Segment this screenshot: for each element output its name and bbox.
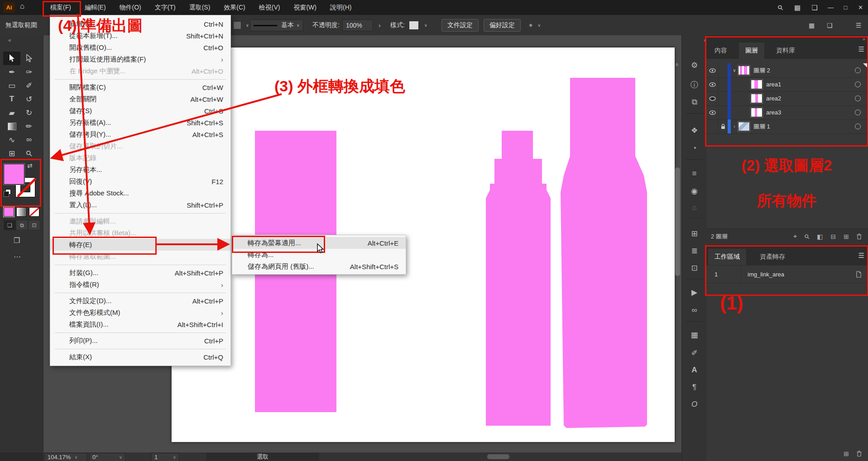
bottle-shape-1[interactable] (486, 131, 551, 426)
menu-view[interactable]: 檢視(V) (252, 0, 287, 15)
layer-row-group[interactable]: ∨ 圖層 2 (706, 63, 868, 78)
artboard-row[interactable]: 1 img_link_area (706, 265, 868, 283)
eye-icon[interactable] (706, 110, 718, 115)
align-icon[interactable]: ≣ (682, 246, 707, 256)
appearance-icon[interactable]: ⧉ (682, 98, 707, 107)
menu-select[interactable]: 選取(S) (182, 0, 217, 15)
target-circle[interactable] (855, 67, 861, 73)
style-swatch[interactable] (409, 21, 419, 30)
opacity-expand-icon[interactable]: › (379, 15, 381, 35)
clipping-mask-icon[interactable]: ◧ (817, 233, 823, 240)
document-setup-button[interactable]: 文件設定 (441, 19, 479, 32)
lock-cell[interactable] (718, 105, 728, 119)
menu-item-scripts[interactable]: 指令檔(R)› (50, 279, 230, 290)
swap-fill-stroke-icon[interactable]: ⇄ (27, 162, 33, 169)
tab-artboards[interactable]: 工作區域 (708, 249, 746, 265)
layer-row-area3[interactable]: area3 (706, 105, 868, 120)
menu-item-document-setup[interactable]: 文件設定(D)...Alt+Ctrl+P (50, 295, 230, 307)
collapse-panel-icon[interactable]: « (8, 37, 11, 43)
eraser-tool[interactable]: ▰ (3, 106, 20, 119)
menu-item-close-all[interactable]: 全部關閉Alt+Ctrl+W (50, 93, 230, 105)
search-icon[interactable]: ⚲ (772, 4, 789, 12)
brushes-icon[interactable]: ✐ (682, 348, 707, 358)
screen-mode-icon[interactable]: ❒ (14, 236, 20, 245)
paintbrush-tool[interactable]: ✐ (20, 79, 38, 92)
target-circle[interactable] (855, 95, 861, 101)
draw-normal-icon[interactable]: ❏ (4, 220, 16, 230)
menu-item-search-stock[interactable]: 搜尋 Adobe Stock... (50, 187, 230, 199)
target-circle[interactable] (855, 109, 861, 115)
color-palette-icon[interactable]: ❖ (682, 126, 707, 135)
info-icon[interactable]: ⓘ (682, 80, 707, 90)
menu-item-print[interactable]: 列印(P)...Ctrl+P (50, 335, 230, 347)
layer-name[interactable]: area1 (766, 81, 781, 88)
default-fill-stroke-icon[interactable] (4, 189, 11, 196)
zoom-level-dropdown[interactable]: 104.17%∨ (44, 453, 87, 461)
arrange-windows-icon[interactable]: ❏ (827, 15, 833, 35)
scrollbar-up-icon[interactable]: ∧ (675, 62, 679, 67)
close-button[interactable]: ✕ (853, 0, 868, 15)
width-tool[interactable]: ∿ (3, 133, 20, 147)
menu-edit[interactable]: 編輯(E) (78, 0, 113, 15)
artboard-options-icon[interactable] (855, 271, 862, 278)
layer-thumbnail[interactable] (751, 108, 762, 117)
menu-item-save-for-web[interactable]: 儲存為網頁用 (舊版)...Alt+Shift+Ctrl+S (232, 261, 406, 272)
gradient-icon[interactable]: ◔ (682, 144, 707, 153)
align-grid-icon[interactable]: ▦ (809, 15, 815, 35)
new-sublayer-icon[interactable]: ⊟ (831, 233, 836, 240)
search-layer-icon[interactable]: ⚲ (803, 232, 811, 241)
layer-row-locked[interactable]: › 圖層 1 (706, 119, 868, 134)
menu-file[interactable]: 檔案(F) (43, 0, 78, 15)
layer-thumbnail[interactable] (738, 66, 750, 75)
restore-button[interactable]: □ (838, 0, 853, 15)
links-icon[interactable]: ∞ (682, 306, 707, 315)
artboard-tool[interactable]: ⊞ (3, 147, 20, 160)
menu-object[interactable]: 物件(O) (113, 0, 148, 15)
type-tool[interactable]: T (3, 92, 20, 106)
menu-help[interactable]: 說明(H) (323, 0, 358, 15)
bottle-shape-2[interactable] (561, 78, 647, 428)
menu-item-save-copy[interactable]: 儲存拷貝(Y)...Alt+Ctrl+S (50, 128, 230, 140)
rotate-view-tool[interactable]: ↻ (20, 106, 38, 119)
actions-play-icon[interactable]: ▶ (682, 288, 707, 297)
workspace-icon[interactable]: ▦ (789, 4, 806, 12)
rotate-tool[interactable]: ↺ (20, 92, 38, 106)
panel-menu-icon[interactable]: ☰ (858, 252, 864, 260)
selection-tool[interactable] (3, 52, 20, 65)
tab-properties[interactable]: 內容 (708, 43, 734, 59)
menu-item-package[interactable]: 封裝(G)...Alt+Shift+Ctrl+P (50, 267, 230, 279)
dashed-circle-icon[interactable]: ◌ (682, 204, 707, 213)
layer-thumbnail[interactable] (751, 94, 762, 103)
fill-color-dropdown[interactable] (233, 21, 241, 29)
tab-layers[interactable]: 圖層 (739, 43, 764, 59)
select-similar-icon[interactable]: ⌖ (529, 21, 532, 29)
layer-row-area1[interactable]: area1 (706, 77, 868, 92)
menu-item-color-mode[interactable]: 文件色彩模式(M)› (50, 307, 230, 318)
menu-item-save[interactable]: 儲存(S)Ctrl+S (50, 105, 230, 117)
draw-behind-icon[interactable]: ⧉ (16, 220, 28, 230)
lock-cell[interactable] (718, 91, 728, 105)
eye-icon[interactable] (706, 82, 718, 87)
horizontal-scrollbar[interactable] (487, 454, 509, 459)
lock-icon[interactable] (718, 119, 728, 133)
edit-toolbar-icon[interactable]: ⋯ (14, 252, 21, 261)
artboards-icon[interactable]: ⊞ (682, 229, 707, 238)
new-layer-icon[interactable]: ⊞ (844, 233, 849, 240)
none-button[interactable] (29, 207, 39, 217)
menu-item-save-as[interactable]: 另存新檔(A)...Shift+Ctrl+S (50, 117, 230, 128)
layer-name[interactable]: area2 (766, 95, 781, 102)
target-circle[interactable] (855, 81, 861, 87)
swatches-grid-icon[interactable]: ▦ (682, 330, 707, 340)
control-menu-icon[interactable]: ☰ (856, 15, 862, 35)
locate-object-icon[interactable]: ⌖ (793, 233, 797, 240)
eyedropper-tool[interactable]: ✏ (20, 119, 38, 133)
layer-name[interactable]: 圖層 1 (753, 123, 770, 131)
curvature-tool[interactable]: ✑ (20, 65, 38, 79)
preferences-button[interactable]: 偏好設定 (484, 19, 521, 32)
artboard-name[interactable]: img_link_area (741, 271, 784, 278)
eye-icon[interactable] (706, 68, 718, 73)
artboard-number-dropdown[interactable]: 1∨ (151, 453, 179, 461)
arrange-docs-icon[interactable]: ❏ (806, 4, 823, 12)
menu-item-save-template[interactable]: 另存範本... (50, 164, 230, 176)
menu-item-exit[interactable]: 結束(X)Ctrl+Q (50, 351, 230, 363)
